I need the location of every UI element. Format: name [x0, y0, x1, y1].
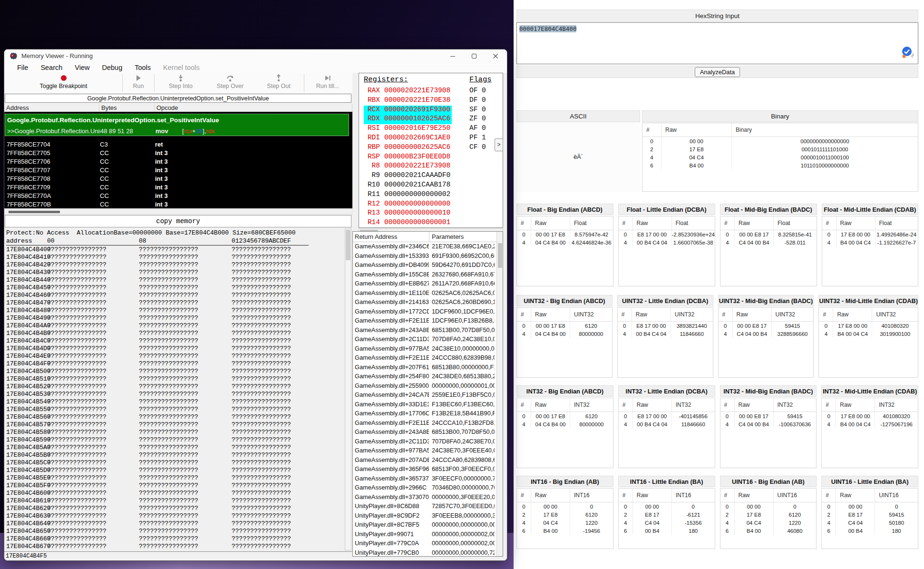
column-opcode[interactable]: Opcode	[155, 104, 352, 112]
memory-row[interactable]: 17E804C4B430????????????????????????????…	[4, 269, 345, 276]
memory-vertical-scrollbar[interactable]	[345, 228, 351, 550]
register-r9[interactable]: R9000002021CAAADF0	[364, 171, 452, 181]
register-r11[interactable]: R110000000000000002	[364, 190, 452, 200]
titlebar[interactable]: Memory Viewer - Running	[4, 49, 507, 62]
callstack-row[interactable]: UnityPlayer.dll+779C0A00000000,00000002,…	[353, 540, 496, 549]
menu-item-file[interactable]: File	[11, 63, 34, 72]
memory-row[interactable]: 17E804C4B480????????????????????????????…	[4, 307, 345, 314]
memory-row[interactable]: 17E804C4B530????????????????????????????…	[4, 391, 345, 398]
disasm-row[interactable]: 7FF858CE7709CCint 3	[5, 183, 348, 191]
callstack-row[interactable]: GameAssembly.dll+24CA7BC2559E1E0,F13BF5C…	[353, 391, 496, 401]
step-out-button[interactable]: Step Out	[256, 73, 302, 93]
memory-row[interactable]: 17E804C4B4A0????????????????????????????…	[4, 322, 345, 330]
selected-symbol-row[interactable]: Google.Protobuf.Reflection.Uninterpreted…	[5, 114, 349, 126]
toggle-breakpoint-button[interactable]: Toggle Breakpoint	[7, 73, 120, 93]
callstack-row[interactable]: GameAssembly.dll+F2E11E24CCCA10,F13B2FD8…	[353, 419, 496, 429]
register-r10[interactable]: R10000002021CAAB178	[364, 181, 452, 190]
column-return-address[interactable]: Return Address	[355, 233, 398, 240]
expand-registers-button[interactable]: >	[495, 138, 503, 151]
disasm-row[interactable]: 7FF858CE7708CCint 3	[5, 174, 348, 183]
memory-row[interactable]: 17E804C4B580????????????????????????????…	[4, 429, 345, 436]
callstack-row[interactable]: GameAssembly.dll+977BA524C38E10,00000000…	[353, 345, 496, 354]
memory-row[interactable]: 17E804C4B630????????????????????????????…	[4, 512, 345, 520]
symbol-address-bar[interactable]: Google.Protobuf.Reflection.Uninterpreted…	[5, 94, 351, 103]
memory-row[interactable]: 17E804C4B610????????????????????????????…	[4, 497, 345, 505]
memory-row[interactable]: 17E804C4B5F0????????????????????????????…	[4, 482, 345, 490]
memory-row[interactable]: 17E804C4B400????????????????????????????…	[4, 246, 345, 254]
memory-row[interactable]: 17E804C4B500????????????????????????????…	[4, 368, 345, 375]
column-bytes[interactable]: Bytes	[99, 104, 155, 112]
memory-row[interactable]: 17E804C4B5A0????????????????????????????…	[4, 444, 345, 451]
callstack-row[interactable]: GameAssembly.dll+1533933691F9300,66952C0…	[353, 252, 496, 262]
callstack-row[interactable]: GameAssembly.dll+36573703F0EECF0,0000000…	[353, 475, 496, 484]
editor-check-icon[interactable]	[901, 46, 915, 62]
memory-row[interactable]: 17E804C4B4F0????????????????????????????…	[4, 360, 345, 368]
memory-row[interactable]: 17E804C4B410????????????????????????????…	[4, 254, 345, 261]
callstack-row[interactable]: GameAssembly.dll+F2E11E1DCF96E0,F13B26B8…	[353, 317, 496, 326]
flag-df[interactable]: DF 0	[469, 96, 486, 106]
memory-row[interactable]: 17E804C4B570????????????????????????????…	[4, 421, 345, 429]
callstack-row[interactable]: GameAssembly.dll+2966C70346D80,00000000,…	[353, 484, 496, 493]
selected-instruction-block[interactable]: Google.Protobuf.Reflection.Uninterpreted…	[5, 114, 349, 136]
callstack-row[interactable]: UnityPlayer.dll+8C9DF23F0EEEB8,00000000,…	[353, 512, 496, 521]
disassembly-view[interactable]: Google.Protobuf.Reflection.Uninterpreted…	[4, 112, 352, 208]
register-rdx[interactable]: RDX0000000102625AC6	[364, 115, 452, 124]
register-rdi[interactable]: RDI00000202669C1AE0	[364, 134, 452, 143]
memory-row[interactable]: 17E804C4B4D0????????????????????????????…	[4, 345, 345, 353]
disasm-row[interactable]: 7FF858CE7706CCint 3	[5, 157, 348, 166]
callstack-row[interactable]: GameAssembly.dll+2346C6A21E70E38,669C1AE…	[353, 243, 496, 252]
memory-row[interactable]: 17E804C4B5D0????????????????????????????…	[4, 467, 345, 474]
callstack-row[interactable]: GameAssembly.dll+243A8BF68513B00,707D8F5…	[353, 326, 496, 336]
callstack-row[interactable]: GameAssembly.dll+F2E11E24CCC880,62839B98…	[353, 354, 496, 363]
register-rsp[interactable]: RSP000000B23F0EE0D8	[364, 153, 452, 162]
disasm-row[interactable]: 7FF858CE7705CCint 3	[5, 148, 348, 157]
register-rbx[interactable]: RBX0000020221E70E38	[364, 96, 452, 106]
callstack-row[interactable]: UnityPlayer.dll+8C7BF500000000,00000000,…	[353, 521, 496, 530]
callstack-row[interactable]: GameAssembly.dll+365F96168513F00,3F0EECF…	[353, 465, 496, 475]
maximize-button[interactable]	[463, 49, 485, 62]
disasm-row[interactable]: 7FF858CE7707CCint 3	[5, 166, 348, 174]
register-r14[interactable]: R140000000000000001	[364, 218, 452, 228]
memory-row[interactable]: 17E804C4B640????????????????????????????…	[4, 520, 345, 528]
memory-row[interactable]: 17E804C4B590????????????????????????????…	[4, 436, 345, 444]
memory-row[interactable]: 17E804C4B470????????????????????????????…	[4, 299, 345, 307]
flag-zf[interactable]: ZF 0	[469, 115, 486, 124]
flag-af[interactable]: AF 0	[469, 124, 486, 134]
memory-row[interactable]: 17E804C4B5C0????????????????????????????…	[4, 459, 345, 467]
register-rsi[interactable]: RSI000002016E79E250	[364, 124, 452, 134]
memory-row[interactable]: 17E804C4B560????????????????????????????…	[4, 413, 345, 421]
register-rbp[interactable]: RBP0000000002625AC6	[364, 143, 452, 153]
scrollbar-thumb[interactable]	[498, 243, 502, 268]
callstack-row[interactable]: GameAssembly.dll+33D1E33F13BEC60,F13BEC6…	[353, 401, 496, 410]
memory-row[interactable]: 17E804C4B4E0????????????????????????????…	[4, 353, 345, 360]
disasm-row[interactable]: 7FF858CE7704C3ret	[5, 140, 348, 148]
memory-row[interactable]: 17E804C4B620????????????????????????????…	[4, 505, 345, 512]
memory-row[interactable]: 17E804C4B600????????????????????????????…	[4, 490, 345, 497]
memory-row[interactable]: 17E804C4B520????????????????????????????…	[4, 383, 345, 391]
column-parameters[interactable]: Parameters	[432, 233, 464, 240]
column-address[interactable]: Address	[4, 104, 99, 112]
callstack-row[interactable]: GameAssembly.dll+E8B6272611A720,668FA910…	[353, 280, 496, 289]
disasm-row[interactable]: 7FF858CE770BCCint 3	[5, 200, 348, 208]
copy-memory-button[interactable]: copy memory	[5, 215, 351, 227]
callstack-row[interactable]: GameAssembly.dll+17706C6F13B2E18,5B441B9…	[353, 410, 496, 419]
run-button[interactable]: Run	[125, 73, 152, 93]
memory-row[interactable]: 17E804C4B510????????????????????????????…	[4, 375, 345, 383]
menu-item-tools[interactable]: Tools	[128, 63, 157, 72]
callstack-row[interactable]: GameAssembly.dll+254F80224C38DE0,68513B8…	[353, 373, 496, 382]
memory-row[interactable]: 17E804C4B450????????????????????????????…	[4, 284, 345, 292]
scrollbar-thumb[interactable]	[346, 230, 350, 260]
callstack-row[interactable]: GameAssembly.dll+37307000000000,3F0EEE20…	[353, 493, 496, 503]
callstack-row[interactable]: GameAssembly.dll+214163702625AC6,260BD69…	[353, 298, 496, 308]
memory-row[interactable]: 17E804C4B440????????????????????????????…	[4, 276, 345, 284]
step-over-button[interactable]: Step Over	[204, 73, 256, 93]
register-r13[interactable]: R130000000000000010	[364, 209, 452, 218]
close-button[interactable]	[485, 49, 506, 62]
disasm-row[interactable]: 7FF858CE770ACCint 3	[5, 191, 348, 200]
callstack-row[interactable]: GameAssembly.dll+DB409959D64270,691DD7C0…	[353, 261, 496, 271]
memory-row[interactable]: 17E804C4B4C0????????????????????????????…	[4, 337, 345, 345]
memory-row[interactable]: 17E804C4B660????????????????????????????…	[4, 535, 345, 543]
callstack-row[interactable]: GameAssembly.dll+243A8BF68513B00,707D8F5…	[353, 428, 496, 438]
menu-item-debug[interactable]: Debug	[96, 63, 129, 72]
memory-row[interactable]: 17E804C4B550????????????????????????????…	[4, 406, 345, 413]
